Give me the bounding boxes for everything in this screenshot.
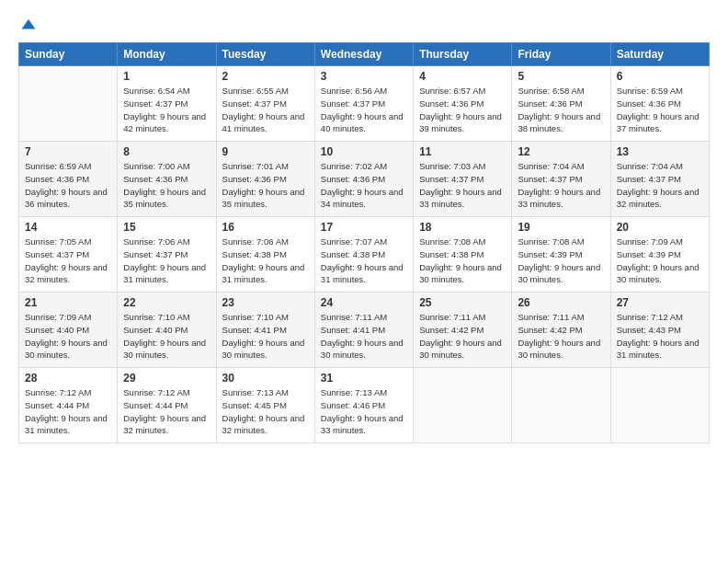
weekday-header: Monday bbox=[118, 43, 216, 66]
calendar-cell: 14Sunrise: 7:05 AMSunset: 4:37 PMDayligh… bbox=[19, 217, 118, 293]
calendar-cell: 18Sunrise: 7:08 AMSunset: 4:38 PMDayligh… bbox=[414, 217, 512, 293]
day-info: Sunrise: 7:12 AMSunset: 4:44 PMDaylight:… bbox=[25, 386, 111, 437]
calendar-week-row: 14Sunrise: 7:05 AMSunset: 4:37 PMDayligh… bbox=[19, 217, 710, 293]
day-info: Sunrise: 7:09 AMSunset: 4:39 PMDaylight:… bbox=[617, 236, 703, 286]
calendar-cell: 26Sunrise: 7:11 AMSunset: 4:42 PMDayligh… bbox=[512, 293, 610, 368]
calendar-cell: 4Sunrise: 6:57 AMSunset: 4:36 PMDaylight… bbox=[414, 66, 512, 142]
calendar-cell: 15Sunrise: 7:06 AMSunset: 4:37 PMDayligh… bbox=[118, 217, 216, 293]
day-info: Sunrise: 7:02 AMSunset: 4:36 PMDaylight:… bbox=[321, 160, 407, 211]
day-info: Sunrise: 7:11 AMSunset: 4:41 PMDaylight:… bbox=[321, 311, 407, 362]
day-info: Sunrise: 7:08 AMSunset: 4:38 PMDaylight:… bbox=[419, 236, 506, 286]
day-number: 31 bbox=[321, 372, 407, 385]
weekday-header: Friday bbox=[512, 43, 610, 66]
weekday-header: Thursday bbox=[414, 43, 512, 66]
calendar-cell: 7Sunrise: 6:59 AMSunset: 4:36 PMDaylight… bbox=[19, 142, 118, 217]
day-number: 29 bbox=[123, 372, 210, 385]
weekday-header: Wednesday bbox=[314, 43, 413, 66]
day-number: 10 bbox=[321, 145, 407, 158]
calendar-cell: 12Sunrise: 7:04 AMSunset: 4:37 PMDayligh… bbox=[512, 142, 610, 217]
calendar-cell: 28Sunrise: 7:12 AMSunset: 4:44 PMDayligh… bbox=[19, 368, 118, 443]
day-number: 12 bbox=[518, 145, 604, 158]
day-info: Sunrise: 6:58 AMSunset: 4:36 PMDaylight:… bbox=[518, 85, 604, 135]
day-number: 16 bbox=[222, 221, 309, 234]
calendar-cell: 3Sunrise: 6:56 AMSunset: 4:37 PMDaylight… bbox=[314, 66, 413, 142]
calendar-cell: 8Sunrise: 7:00 AMSunset: 4:36 PMDaylight… bbox=[118, 142, 216, 217]
day-number: 23 bbox=[222, 296, 309, 309]
day-number: 9 bbox=[222, 145, 309, 158]
day-info: Sunrise: 6:56 AMSunset: 4:37 PMDaylight:… bbox=[321, 85, 407, 135]
day-number: 18 bbox=[419, 221, 506, 234]
day-number: 26 bbox=[518, 296, 604, 309]
day-info: Sunrise: 7:05 AMSunset: 4:37 PMDaylight:… bbox=[25, 236, 111, 286]
day-number: 13 bbox=[617, 145, 703, 158]
day-info: Sunrise: 6:55 AMSunset: 4:37 PMDaylight:… bbox=[222, 85, 309, 135]
day-info: Sunrise: 7:08 AMSunset: 4:39 PMDaylight:… bbox=[518, 236, 604, 286]
calendar-week-row: 7Sunrise: 6:59 AMSunset: 4:36 PMDaylight… bbox=[19, 142, 710, 217]
day-info: Sunrise: 7:10 AMSunset: 4:41 PMDaylight:… bbox=[222, 311, 309, 362]
logo bbox=[18, 17, 37, 33]
calendar-cell: 6Sunrise: 6:59 AMSunset: 4:36 PMDaylight… bbox=[610, 66, 709, 142]
day-number: 5 bbox=[518, 70, 604, 83]
calendar-cell: 1Sunrise: 6:54 AMSunset: 4:37 PMDaylight… bbox=[118, 66, 216, 142]
calendar-cell: 29Sunrise: 7:12 AMSunset: 4:44 PMDayligh… bbox=[118, 368, 216, 443]
calendar-cell: 25Sunrise: 7:11 AMSunset: 4:42 PMDayligh… bbox=[414, 293, 512, 368]
day-number: 24 bbox=[321, 296, 407, 309]
calendar-cell: 23Sunrise: 7:10 AMSunset: 4:41 PMDayligh… bbox=[216, 293, 314, 368]
weekday-header: Sunday bbox=[19, 43, 118, 66]
weekday-header: Tuesday bbox=[216, 43, 314, 66]
day-number: 21 bbox=[25, 296, 111, 309]
calendar-cell: 31Sunrise: 7:13 AMSunset: 4:46 PMDayligh… bbox=[314, 368, 413, 443]
svg-marker-0 bbox=[22, 19, 36, 29]
calendar-week-row: 28Sunrise: 7:12 AMSunset: 4:44 PMDayligh… bbox=[19, 368, 710, 443]
day-info: Sunrise: 7:04 AMSunset: 4:37 PMDaylight:… bbox=[518, 160, 604, 211]
day-number: 19 bbox=[518, 221, 604, 234]
calendar-cell: 20Sunrise: 7:09 AMSunset: 4:39 PMDayligh… bbox=[610, 217, 709, 293]
calendar-cell: 24Sunrise: 7:11 AMSunset: 4:41 PMDayligh… bbox=[314, 293, 413, 368]
calendar-cell bbox=[414, 368, 512, 443]
calendar-cell: 11Sunrise: 7:03 AMSunset: 4:37 PMDayligh… bbox=[414, 142, 512, 217]
calendar-cell bbox=[512, 368, 610, 443]
day-info: Sunrise: 7:13 AMSunset: 4:45 PMDaylight:… bbox=[222, 386, 309, 437]
day-info: Sunrise: 7:03 AMSunset: 4:37 PMDaylight:… bbox=[419, 160, 506, 211]
day-number: 11 bbox=[419, 145, 506, 158]
calendar-cell: 10Sunrise: 7:02 AMSunset: 4:36 PMDayligh… bbox=[314, 142, 413, 217]
calendar-cell: 13Sunrise: 7:04 AMSunset: 4:37 PMDayligh… bbox=[610, 142, 709, 217]
calendar-cell: 2Sunrise: 6:55 AMSunset: 4:37 PMDaylight… bbox=[216, 66, 314, 142]
calendar-cell: 30Sunrise: 7:13 AMSunset: 4:45 PMDayligh… bbox=[216, 368, 314, 443]
page: SundayMondayTuesdayWednesdayThursdayFrid… bbox=[0, 0, 728, 563]
day-info: Sunrise: 6:57 AMSunset: 4:36 PMDaylight:… bbox=[419, 85, 506, 135]
calendar-cell: 27Sunrise: 7:12 AMSunset: 4:43 PMDayligh… bbox=[610, 293, 709, 368]
day-info: Sunrise: 7:06 AMSunset: 4:38 PMDaylight:… bbox=[222, 236, 309, 286]
day-info: Sunrise: 6:54 AMSunset: 4:37 PMDaylight:… bbox=[123, 85, 210, 135]
day-info: Sunrise: 7:06 AMSunset: 4:37 PMDaylight:… bbox=[123, 236, 210, 286]
logo-icon bbox=[20, 17, 37, 33]
weekday-header: Saturday bbox=[610, 43, 709, 66]
day-info: Sunrise: 7:12 AMSunset: 4:43 PMDaylight:… bbox=[617, 311, 703, 362]
day-info: Sunrise: 7:07 AMSunset: 4:38 PMDaylight:… bbox=[321, 236, 407, 286]
day-info: Sunrise: 7:12 AMSunset: 4:44 PMDaylight:… bbox=[123, 386, 210, 437]
day-number: 25 bbox=[419, 296, 506, 309]
day-number: 28 bbox=[25, 372, 111, 385]
day-number: 17 bbox=[321, 221, 407, 234]
day-number: 20 bbox=[617, 221, 703, 234]
day-number: 22 bbox=[123, 296, 210, 309]
day-number: 27 bbox=[617, 296, 703, 309]
calendar-cell: 17Sunrise: 7:07 AMSunset: 4:38 PMDayligh… bbox=[314, 217, 413, 293]
day-info: Sunrise: 7:00 AMSunset: 4:36 PMDaylight:… bbox=[123, 160, 210, 211]
day-info: Sunrise: 7:11 AMSunset: 4:42 PMDaylight:… bbox=[419, 311, 506, 362]
day-number: 4 bbox=[419, 70, 506, 83]
calendar-cell: 21Sunrise: 7:09 AMSunset: 4:40 PMDayligh… bbox=[19, 293, 118, 368]
day-number: 7 bbox=[25, 145, 111, 158]
logo-text bbox=[18, 17, 37, 33]
day-number: 30 bbox=[222, 372, 309, 385]
calendar-header-row: SundayMondayTuesdayWednesdayThursdayFrid… bbox=[19, 43, 710, 66]
day-info: Sunrise: 7:09 AMSunset: 4:40 PMDaylight:… bbox=[25, 311, 111, 362]
calendar-cell bbox=[19, 66, 118, 142]
day-info: Sunrise: 7:13 AMSunset: 4:46 PMDaylight:… bbox=[321, 386, 407, 437]
day-number: 15 bbox=[123, 221, 210, 234]
day-info: Sunrise: 7:01 AMSunset: 4:36 PMDaylight:… bbox=[222, 160, 309, 211]
calendar-week-row: 21Sunrise: 7:09 AMSunset: 4:40 PMDayligh… bbox=[19, 293, 710, 368]
day-number: 3 bbox=[321, 70, 407, 83]
calendar-cell: 5Sunrise: 6:58 AMSunset: 4:36 PMDaylight… bbox=[512, 66, 610, 142]
calendar-week-row: 1Sunrise: 6:54 AMSunset: 4:37 PMDaylight… bbox=[19, 66, 710, 142]
